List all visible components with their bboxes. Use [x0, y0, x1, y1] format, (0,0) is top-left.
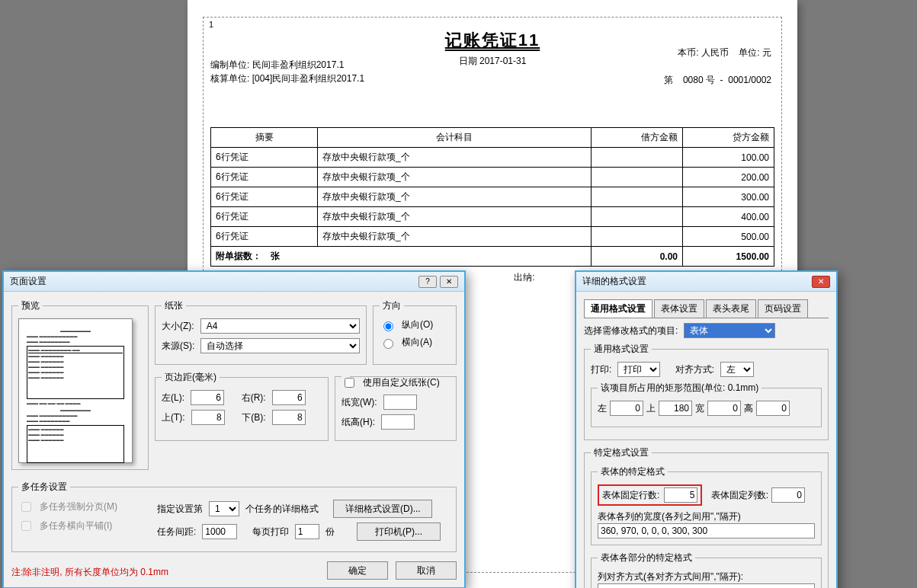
- close-button[interactable]: ✕: [440, 276, 458, 288]
- table-row: 6行凭证存放中央银行款项_个100.00: [211, 148, 774, 168]
- source-label: 来源(S):: [162, 340, 194, 353]
- detail-format-button[interactable]: 详细格式设置(D)...: [333, 500, 432, 518]
- fixed-rows-highlight: 表体固定行数:: [598, 484, 702, 506]
- paper-size-select[interactable]: A4: [200, 318, 360, 334]
- tab-general[interactable]: 通用格式设置: [584, 299, 652, 318]
- voucher-head-left: 编制单位: 民间非盈利组织2017.1 核算单位: [004]民间非盈利组织20…: [210, 58, 364, 85]
- portrait-radio[interactable]: [383, 321, 393, 331]
- rect-top-input[interactable]: [659, 401, 692, 416]
- gap-input[interactable]: [202, 524, 237, 539]
- col-width-input[interactable]: [598, 523, 815, 538]
- detail-title: 详细的格式设置: [582, 275, 646, 288]
- select-item-label: 选择需修改格式的项目:: [584, 324, 678, 337]
- general-legend: 通用格式设置: [591, 343, 652, 356]
- col-subject: 会计科目: [318, 128, 592, 148]
- detail-titlebar[interactable]: 详细的格式设置 ✕: [576, 272, 836, 292]
- printer-button[interactable]: 打印机(P)...: [357, 522, 441, 541]
- cancel-button[interactable]: 取消: [396, 561, 457, 580]
- table-row: 6行凭证存放中央银行款项_个500.00: [211, 227, 774, 247]
- force-page-checkbox[interactable]: [21, 502, 31, 512]
- paper-source-select[interactable]: 自动选择: [200, 338, 360, 353]
- orient-legend: 方向: [380, 299, 404, 312]
- fixed-cols-input[interactable]: [771, 487, 805, 503]
- tab-body[interactable]: 表体设置: [654, 299, 704, 318]
- rect-width-input[interactable]: [707, 401, 741, 416]
- parts-legend: 表体各部分的特定格式: [598, 551, 695, 564]
- help-button[interactable]: ?: [418, 276, 437, 288]
- col-debit: 借方金额: [592, 128, 683, 148]
- tab-pagenum[interactable]: 页码设置: [758, 299, 808, 318]
- margin-bottom-input[interactable]: [272, 410, 306, 425]
- detail-format-dialog: 详细的格式设置 ✕ 通用格式设置 表体设置 表头表尾 页码设置 选择需修改格式的…: [575, 270, 838, 588]
- align-select[interactable]: 左: [720, 362, 754, 377]
- col-align-input[interactable]: [598, 583, 815, 588]
- col-summary: 摘要: [211, 128, 318, 148]
- col-width-label: 表体各列的宽度(各列之间用","隔开): [598, 510, 815, 523]
- page-setup-dialog: 页面设置 ? ✕ 预览 ▬▬▬▬▬▬▬▬ ▬▬▬ ▬▬▬▬▬▬▬▬▬▬ ▬▬▬ …: [2, 270, 466, 588]
- per-page-input[interactable]: [295, 524, 319, 539]
- spec-task-select[interactable]: 1: [209, 501, 239, 516]
- table-row: 6行凭证存放中央银行款项_个300.00: [211, 187, 774, 207]
- paper-width-input[interactable]: [383, 395, 417, 410]
- margin-legend: 页边距(毫米): [162, 371, 220, 384]
- margin-left-input[interactable]: [191, 390, 224, 405]
- total-debit: 0.00: [592, 247, 683, 267]
- col-align-label: 列对齐方式(各对齐方式间用","隔开):: [598, 570, 815, 583]
- close-button[interactable]: ✕: [812, 276, 830, 288]
- paper-legend: 纸张: [162, 299, 186, 312]
- rect-legend: 该项目所占用的矩形范围(单位: 0.1mm): [598, 382, 761, 395]
- dialog-titlebar[interactable]: 页面设置 ? ✕: [4, 272, 464, 292]
- size-label: 大小(Z):: [162, 320, 194, 333]
- page-setup-title: 页面设置: [10, 275, 46, 288]
- horiz-tile-checkbox[interactable]: [21, 521, 31, 531]
- total-label: 附单据数： 张: [211, 247, 592, 267]
- landscape-radio[interactable]: [383, 339, 393, 349]
- custom-paper-checkbox[interactable]: [345, 378, 354, 388]
- voucher-table: 摘要 会计科目 借方金额 贷方金额 6行凭证存放中央银行款项_个100.006行…: [210, 127, 774, 267]
- print-select[interactable]: 打印: [617, 362, 660, 377]
- rect-left-input[interactable]: [610, 401, 643, 416]
- page-corner-num: 1: [209, 20, 213, 29]
- margin-top-input[interactable]: [191, 410, 225, 425]
- specific-sub: 表体的特定格式: [598, 465, 668, 478]
- select-item-dropdown[interactable]: 表体: [684, 323, 775, 338]
- preview-legend: 预览: [18, 299, 43, 312]
- ok-button[interactable]: 确定: [327, 561, 388, 580]
- table-row: 6行凭证存放中央银行款项_个400.00: [211, 207, 774, 227]
- multitask-legend: 多任务设置: [18, 481, 70, 494]
- length-unit-note: 注:除非注明, 所有长度单位均为 0.1mm: [11, 566, 327, 579]
- paper-height-input[interactable]: [381, 414, 415, 430]
- tab-bar: 通用格式设置 表体设置 表头表尾 页码设置: [584, 299, 829, 318]
- col-credit: 贷方金额: [683, 128, 774, 148]
- tab-headfoot[interactable]: 表头表尾: [706, 299, 756, 318]
- fixed-rows-input[interactable]: [664, 487, 697, 503]
- table-row: 6行凭证存放中央银行款项_个200.00: [211, 168, 774, 187]
- total-credit: 1500.00: [683, 247, 774, 267]
- voucher-head-right: 本币: 人民币 单位: 元 第 0080 号 - 0001/0002: [664, 46, 771, 87]
- margin-right-input[interactable]: [272, 390, 306, 405]
- rect-height-input[interactable]: [756, 401, 790, 416]
- page-preview: ▬▬▬▬▬▬▬▬ ▬▬▬ ▬▬▬▬▬▬▬▬▬▬ ▬▬▬ ▬▬▬▬▬▬▬▬ ▬▬▬…: [18, 318, 133, 463]
- specific-legend: 特定格式设置: [591, 446, 652, 459]
